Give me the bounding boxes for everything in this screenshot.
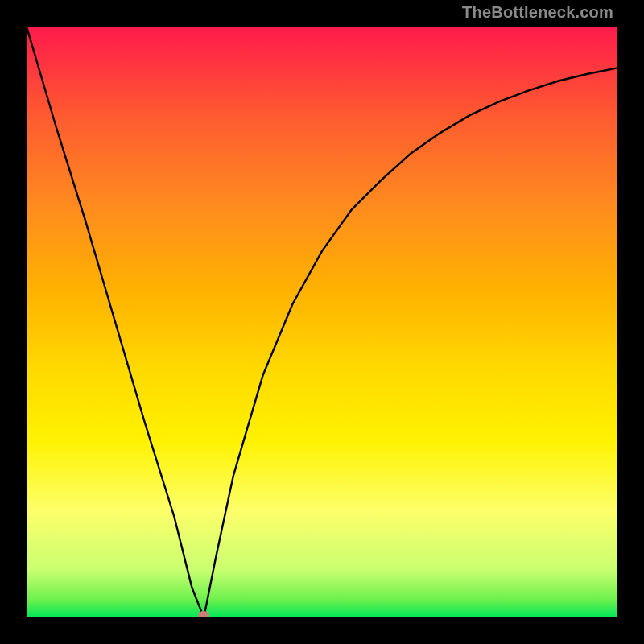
minimum-marker	[198, 611, 209, 617]
bottleneck-curve	[27, 27, 617, 617]
watermark-text: TheBottleneck.com	[462, 3, 613, 22]
curve-left-branch	[27, 27, 204, 617]
chart-frame: TheBottleneck.com	[0, 0, 644, 644]
curve-right-branch	[204, 68, 617, 617]
plot-area	[27, 27, 617, 617]
